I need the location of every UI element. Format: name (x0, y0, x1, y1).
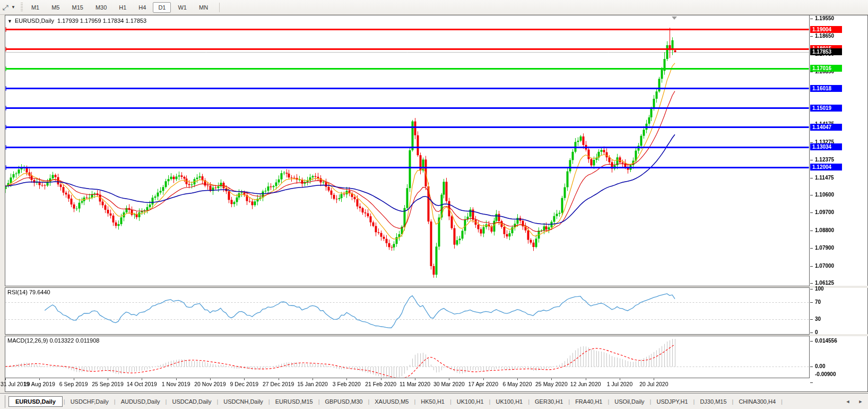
date-axis-label: 30 Mar 2020 (433, 381, 465, 387)
tab-uk100-h1[interactable]: UK100,H1 (490, 398, 528, 405)
tabbar-grip (5, 395, 5, 408)
date-axis-label: 25 Sep 2019 (92, 381, 124, 387)
date-axis-label: 1 Jul 2020 (607, 381, 632, 387)
hline-price-label: 1.14047 (810, 124, 842, 131)
rsi-tick-label: 100 (815, 286, 824, 292)
chart-tab-bar: EURUSD,Daily|USDCHF,Daily|AUDUSD,Daily|U… (0, 393, 868, 409)
macd-tick-label: 0.014556 (815, 338, 837, 344)
price-tick-label: 1.09700 (815, 209, 834, 215)
hline-price-label: 1.17016 (810, 65, 842, 72)
price-tick-label: 1.11475 (815, 175, 834, 181)
price-chart-canvas[interactable] (0, 0, 868, 409)
chart-title-symbol: EURUSD,Daily (15, 18, 54, 24)
date-axis-label: 19 Aug 2019 (24, 381, 55, 387)
date-axis-label: 17 Apr 2020 (468, 381, 498, 387)
rsi-tick-label: 0 (815, 329, 818, 335)
tab-xauusd-m5[interactable]: XAUUSD,M5 (369, 398, 414, 405)
date-axis-label: 11 Mar 2020 (400, 381, 430, 387)
tab-fra40-h1[interactable]: FRA40,H1 (570, 398, 607, 405)
price-tick-label: 1.07000 (815, 263, 834, 269)
date-axis-label: 1 Nov 2019 (162, 381, 190, 387)
date-axis-label: 25 May 2020 (535, 381, 568, 387)
chart-dropdown-icon[interactable]: ▼ (7, 19, 12, 24)
date-axis-label: 6 May 2020 (503, 381, 532, 387)
tab-scroll-left-icon[interactable]: ◄ (841, 399, 854, 404)
tab-usdjpy-h1[interactable]: USDJPY,H1 (651, 398, 693, 405)
hline-price-label: 1.13034 (810, 143, 842, 150)
tab-scroll-arrows: ◄ ► (841, 394, 867, 409)
price-tick-label: 1.12375 (815, 157, 834, 163)
date-axis-label: 21 Feb 2020 (365, 381, 396, 387)
chart-title-ohlc: 1.17939 1.17959 1.17834 1.17853 (57, 18, 146, 24)
date-axis-label: 3 Feb 2020 (333, 381, 361, 387)
trading-platform-window: ⤢ ▼ M1M5M15M30H1H4D1W1MN ▼EURUSD,Daily 1… (0, 0, 868, 409)
tab-usdcnh-daily[interactable]: USDCNH,Daily (218, 398, 268, 405)
rsi-indicator-label: RSI(14) 79.6440 (7, 289, 50, 295)
chart-title: ▼EURUSD,Daily 1.17939 1.17959 1.17834 1.… (7, 18, 146, 24)
tab-gbpusd-m30[interactable]: GBPUSD,M30 (319, 398, 368, 405)
price-tick-label: 1.10600 (815, 192, 834, 198)
tab-scroll-right-icon[interactable]: ► (854, 399, 867, 404)
tab-china300-h4[interactable]: CHINA300,H4 (733, 398, 781, 405)
date-axis-label: 14 Oct 2019 (127, 381, 157, 387)
price-tick-label: 1.07900 (815, 245, 834, 251)
price-tick-label: 1.18650 (815, 33, 834, 39)
price-tick-label: 1.19550 (815, 15, 834, 21)
macd-tick-label: 0.00 (815, 363, 825, 369)
hline-price-label: 1.19004 (810, 26, 842, 33)
date-axis-label: 20 Nov 2019 (194, 381, 226, 387)
hline-price-label: 1.16018 (810, 85, 842, 92)
current-price-label: 1.17853 (810, 48, 842, 55)
macd-indicator-label: MACD(12,26,9) 0.013322 0.011908 (7, 337, 99, 344)
hline-price-label: 1.12004 (810, 164, 842, 171)
tab-usdchf-daily[interactable]: USDCHF,Daily (65, 398, 114, 405)
date-axis-label: 9 Dec 2019 (230, 381, 258, 387)
tab-uk100-h1[interactable]: UK100,H1 (452, 398, 489, 405)
tab-hk50-h1[interactable]: HK50,H1 (415, 398, 450, 405)
price-tick-label: 1.06125 (815, 280, 834, 286)
price-tick-label: 1.08800 (815, 227, 834, 233)
tab-audusd-daily[interactable]: AUDUSD,Daily (116, 398, 166, 405)
rsi-tick-label: 30 (815, 316, 821, 322)
tab-separator: | (781, 398, 783, 405)
tab-eurusd-m15[interactable]: EURUSD,M15 (270, 398, 318, 405)
date-axis-label: 12 Jun 2020 (570, 381, 601, 387)
tab-dj30-m15[interactable]: DJ30,M15 (695, 398, 732, 405)
date-axis-label: 20 Jul 2020 (639, 381, 668, 387)
tab-ger30-h1[interactable]: GER30,H1 (530, 398, 568, 405)
tab-eurusd-daily[interactable]: EURUSD,Daily (8, 396, 63, 407)
hline-price-label: 1.15019 (810, 105, 842, 112)
tab-usoil-daily[interactable]: USOil,Daily (609, 398, 649, 405)
macd-tick-label: -0.00900 (815, 371, 836, 377)
rsi-tick-label: 70 (815, 299, 821, 305)
date-axis-label: 6 Sep 2019 (59, 381, 88, 387)
tab-usdcad-daily[interactable]: USDCAD,Daily (167, 398, 216, 405)
date-axis-label: 15 Jan 2020 (297, 381, 328, 387)
date-axis-label: 27 Dec 2019 (263, 381, 294, 387)
chart-tabs: EURUSD,Daily|USDCHF,Daily|AUDUSD,Daily|U… (7, 394, 783, 409)
